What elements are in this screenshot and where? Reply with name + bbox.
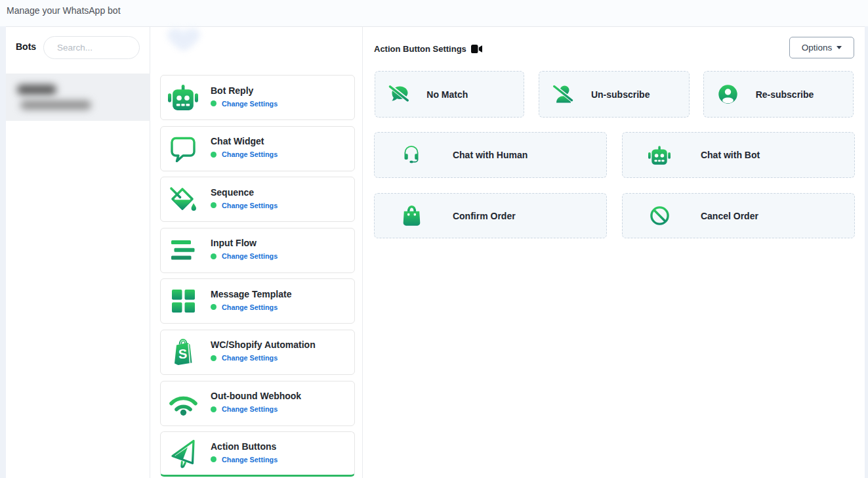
svg-text:S: S xyxy=(178,347,187,362)
